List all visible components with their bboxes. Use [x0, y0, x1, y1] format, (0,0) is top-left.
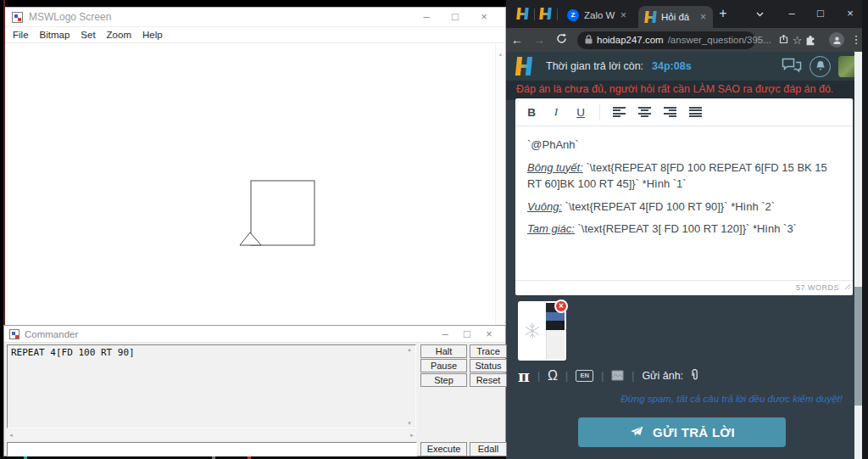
new-tab-button[interactable]: +: [715, 6, 732, 21]
divider: |: [565, 370, 568, 382]
symbols-omega-icon[interactable]: Ω: [548, 368, 558, 383]
page-scrollbar[interactable]: [854, 52, 862, 459]
answer-line: `@PhAnh`: [527, 137, 841, 154]
divider: [557, 8, 558, 20]
answer-line: Bông tuyết: `\text{REPEAT 8[FD 100 REPEA…: [527, 160, 841, 193]
browser-profile-avatar[interactable]: [829, 32, 844, 48]
trace-button[interactable]: Trace: [470, 344, 507, 358]
divider: [599, 104, 600, 120]
hoidap247-page: Thời gian trả lời còn: 34p:08s Đáp án là…: [506, 52, 868, 459]
reset-button[interactable]: Reset: [470, 373, 507, 387]
menu-set[interactable]: Set: [81, 30, 95, 40]
pinned-tab-hoidap247-2[interactable]: [540, 8, 551, 20]
mswlogo-minimize-button[interactable]: –: [412, 8, 441, 26]
mswlogo-menubar: File Bitmap Set Zoom Help: [5, 27, 505, 43]
halt-button[interactable]: Halt: [420, 344, 467, 358]
zalo-favicon: Z: [567, 9, 579, 21]
browser-minimize-button[interactable]: –: [784, 7, 799, 20]
browser-menu-icon[interactable]: ⋮: [850, 28, 862, 52]
align-right-icon[interactable]: [664, 107, 676, 118]
extensions-puzzle-icon[interactable]: [804, 34, 816, 49]
submit-answer-button[interactable]: GỬI TRẢ LỜI: [578, 417, 786, 447]
forward-button[interactable]: →: [528, 33, 550, 47]
menu-file[interactable]: File: [13, 30, 29, 40]
remove-attachment-button[interactable]: ×: [554, 299, 568, 313]
page-scrollbar-thumb[interactable]: [854, 287, 862, 406]
turtle-square-drawing: [231, 173, 341, 258]
back-button[interactable]: ←: [506, 33, 528, 47]
underline-button[interactable]: U: [575, 106, 587, 119]
tab-hoidap-close-icon[interactable]: ×: [700, 11, 706, 23]
hoidap247-favicon: [645, 11, 656, 23]
history-scroll-right-arrow[interactable]: ►: [409, 433, 415, 438]
desktop-left-region: MSWLogo Screen – □ × File Bitmap Set Zoo…: [0, 0, 506, 459]
pause-button[interactable]: Pause: [420, 359, 467, 372]
commander-minimize-button[interactable]: –: [434, 325, 456, 344]
browser-maximize-button[interactable]: □: [813, 7, 828, 20]
bookmark-star-icon[interactable]: ☆: [793, 34, 803, 47]
tab-zalo[interactable]: Z Zalo W ×: [560, 4, 633, 26]
align-justify-icon[interactable]: [689, 107, 702, 118]
divider: [534, 8, 535, 20]
commander-window-title: Commander: [25, 329, 434, 339]
address-bar[interactable]: hoidap247.com /answer_question/395... ☆: [577, 31, 755, 49]
mswlogo-close-button[interactable]: ×: [470, 8, 498, 26]
commander-titlebar[interactable]: Commander – □ ×: [4, 326, 505, 343]
align-center-icon[interactable]: [638, 107, 651, 118]
notification-bell-icon[interactable]: [810, 56, 831, 77]
answer-editor: B I U `@PhAnh` Bông tuyết: `\text{REPEAT…: [515, 98, 853, 295]
step-button[interactable]: Step: [420, 373, 467, 387]
lock-icon[interactable]: [585, 32, 593, 48]
italic-button[interactable]: I: [550, 105, 562, 119]
math-formula-icon[interactable]: π: [518, 367, 530, 385]
tab-zalo-close-icon[interactable]: ×: [620, 9, 626, 21]
align-left-icon[interactable]: [613, 107, 626, 118]
commander-history-area[interactable]: REPEAT 4[FD 100 RT 90]: [7, 344, 416, 428]
turtle-icon: [240, 232, 261, 245]
share-icon[interactable]: [779, 32, 788, 48]
menu-zoom[interactable]: Zoom: [107, 30, 131, 40]
hoidap247-logo[interactable]: [515, 57, 532, 76]
tab-hoidap-active[interactable]: Hỏi đá ×: [638, 6, 713, 28]
attached-image-thumbnail: ×: [518, 301, 566, 361]
equation-badge-icon[interactable]: EN: [576, 370, 593, 382]
editor-toolbar: B I U: [515, 98, 853, 126]
commander-body: REPEAT 4[FD 100 RT 90] ▲ ▼ ◄ ► Halt Trac…: [4, 343, 505, 456]
divider: |: [537, 370, 540, 382]
moderation-note: Đừng spam, tất cả câu trả lời đều được k…: [620, 394, 843, 404]
edall-button[interactable]: Edall: [470, 442, 507, 456]
tab-hoidap-label: Hỏi đá: [661, 12, 695, 22]
menu-help[interactable]: Help: [142, 30, 163, 40]
tab-zalo-label: Zalo W: [584, 10, 615, 20]
submit-answer-label: GỬI TRẢ LỜI: [653, 425, 735, 439]
url-host: hoidap247.com: [597, 35, 664, 45]
mswlogo-titlebar[interactable]: MSWLogo Screen – □ ×: [5, 8, 505, 27]
canvas-scroll-up-arrow[interactable]: ▲: [498, 52, 504, 57]
history-scroll-up-arrow[interactable]: ▲: [407, 347, 412, 352]
editor-resize-handle[interactable]: [844, 278, 851, 294]
menu-bitmap[interactable]: Bitmap: [40, 30, 70, 40]
bold-button[interactable]: B: [526, 106, 537, 119]
editor-content-area[interactable]: `@PhAnh` Bông tuyết: `\text{REPEAT 8[FD …: [515, 127, 853, 280]
browser-toolbar: ← → hoidap247.com /answer_question/395..…: [506, 28, 868, 52]
history-scroll-left-arrow[interactable]: ◄: [8, 433, 14, 438]
commander-close-button[interactable]: ×: [478, 325, 500, 344]
timer-value: 34p:08s: [652, 60, 692, 72]
chat-bubbles-icon[interactable]: [782, 58, 802, 77]
status-button[interactable]: Status: [470, 359, 507, 372]
mswlogo-window-title: MSWLogo Screen: [29, 11, 412, 23]
commander-horizontal-scrollbar[interactable]: ◄ ►: [7, 430, 416, 440]
history-scroll-down-arrow[interactable]: ▼: [407, 421, 412, 426]
commander-input[interactable]: [7, 442, 417, 456]
mswlogo-maximize-button[interactable]: □: [441, 8, 470, 26]
refresh-button[interactable]: [550, 33, 572, 47]
execute-button[interactable]: Execute: [420, 442, 467, 456]
answer-line: Vuông: `\text{REPEAT 4[FD 100 RT 90]}` *…: [527, 199, 841, 216]
tab-search-chevron-icon[interactable]: [752, 7, 767, 20]
mswlogo-app-icon: [12, 12, 23, 23]
pinned-tab-hoidap247-1[interactable]: [517, 8, 528, 20]
insert-image-icon[interactable]: [611, 369, 624, 384]
commander-maximize-button[interactable]: □: [456, 325, 478, 344]
browser-close-button[interactable]: ×: [843, 7, 858, 20]
paperclip-icon[interactable]: [691, 369, 699, 385]
